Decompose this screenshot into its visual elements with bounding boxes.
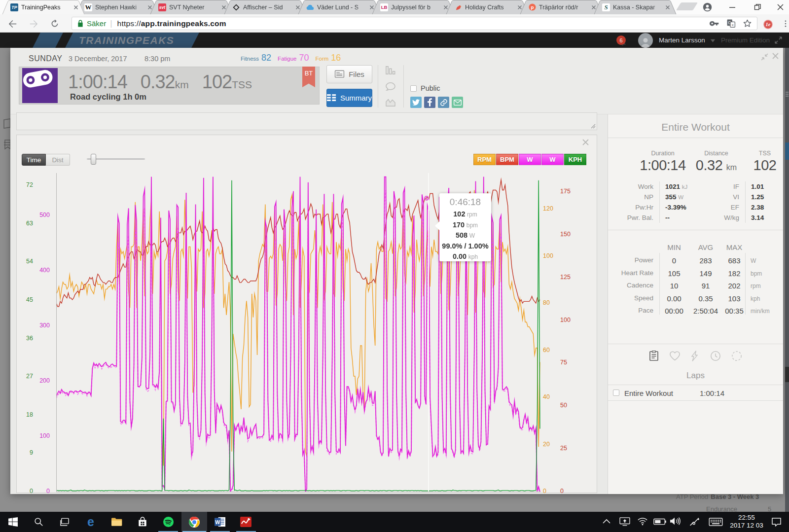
translate-icon[interactable]: Gx (726, 19, 736, 28)
security-label: Säker (87, 19, 106, 28)
reload-button[interactable] (48, 17, 61, 30)
value-number: 2.38 (751, 204, 764, 211)
taskbar-chrome-icon[interactable] (181, 512, 207, 532)
legend-rpm-0[interactable]: RPM (473, 154, 496, 165)
backdrop-scroll-thumb[interactable] (785, 367, 789, 382)
charts-tab-icon[interactable] (385, 66, 396, 75)
browser-tab-3[interactable]: svtSVT Nyheter (150, 0, 233, 14)
summary-label: Summary (340, 94, 372, 102)
toggle-time-button[interactable]: Time (22, 154, 46, 166)
workout-title: Road cycling 1h 0m (70, 92, 146, 102)
wikipedia-favicon: W (84, 3, 92, 11)
header-expand-icon[interactable] (774, 36, 783, 44)
tooltip-row: 102 rpm (439, 210, 491, 218)
workout-summary-bar[interactable]: 1:00:14 0.32km 102TSS Road cycling 1h 0m… (19, 67, 320, 105)
browser-tab-1[interactable]: TPTrainingPeaks (2, 0, 85, 14)
files-button[interactable]: Files (326, 65, 372, 83)
legend-w-3[interactable]: W (541, 154, 564, 165)
tooltip-value: 508 (456, 231, 467, 239)
heart-tab-icon[interactable] (669, 351, 681, 361)
summary-button[interactable]: Summary (326, 89, 372, 107)
tray-volume-icon[interactable] (669, 517, 681, 526)
toggle-dist-button[interactable]: Dist (46, 154, 70, 166)
taskbar-spotify-icon[interactable] (155, 512, 181, 532)
browser-tab-4[interactable]: Affischer – Sid (224, 0, 307, 14)
forward-button[interactable] (27, 17, 40, 30)
extension-icon[interactable]: 1e (761, 18, 774, 31)
modal-close-icon[interactable] (772, 52, 779, 60)
legend-kph-4[interactable]: KPH (564, 154, 586, 165)
browser-tab-9[interactable]: SKassa - Skapar (594, 0, 677, 14)
graph-tab-icon[interactable] (385, 98, 396, 107)
power-tick: 100 (27, 432, 50, 439)
window-minimize-button[interactable] (721, 0, 744, 14)
speed-tick: 72 (10, 181, 33, 188)
chart-plot[interactable]: 0:46:18 102 rpm170 bpm508 W99.0% / 1.00%… (56, 173, 540, 492)
taskbar-redapp-icon[interactable] (233, 512, 259, 532)
tab-title: SVT Nyheter (169, 4, 217, 11)
public-checkbox[interactable] (410, 85, 417, 92)
x-axis-line (56, 492, 540, 492)
notification-badge[interactable]: 6 (616, 35, 626, 45)
resize-grip-icon[interactable] (591, 124, 596, 129)
lap-row[interactable]: Entire Workout 1:00:14 (608, 385, 783, 401)
share-twitter-button[interactable] (410, 97, 422, 108)
browser-tab-6[interactable]: LBJulpyssel för b (372, 0, 455, 14)
tray-pen-icon[interactable] (689, 517, 701, 527)
browser-tab-2[interactable]: WStephen Hawki (76, 0, 159, 14)
browser-tab-5[interactable]: Väder Lund - S (298, 0, 381, 14)
browser-profile-button[interactable] (696, 0, 718, 14)
browser-tab-8[interactable]: pTräpärlor röd/r (520, 0, 603, 14)
taskbar-folder-icon[interactable] (104, 512, 129, 532)
user-menu-caret-icon[interactable] (710, 38, 716, 43)
bookmark-star-icon[interactable] (743, 19, 752, 28)
share-link-button[interactable] (438, 97, 449, 108)
tab-close-icon[interactable] (72, 3, 80, 11)
taskbar-edge-icon[interactable]: e (78, 512, 104, 532)
back-button[interactable] (6, 17, 19, 30)
notes-tab-icon[interactable] (649, 351, 659, 361)
stat-value: 1.01 (751, 183, 764, 190)
browser-tab-7[interactable]: Holiday Crafts (446, 0, 529, 14)
modal-collapse-icon[interactable] (760, 53, 769, 61)
taskbar-word-icon[interactable]: W (207, 512, 233, 532)
taskbar-taskview-icon[interactable] (52, 512, 77, 532)
new-tab-button[interactable] (676, 2, 698, 10)
taskbar-clock[interactable]: 22:55 2017 12 03 (729, 514, 764, 530)
separator (378, 65, 378, 107)
action-center-icon[interactable] (771, 517, 782, 527)
red-extension-icon: 1e (763, 19, 773, 30)
profile-icon (702, 2, 713, 12)
tab-close-icon[interactable] (664, 3, 672, 11)
window-close-button[interactable] (769, 0, 789, 14)
taskbar-store-icon[interactable] (130, 512, 155, 532)
tray-chevron-icon[interactable] (603, 519, 610, 524)
share-email-button[interactable] (452, 97, 463, 108)
cadence-tick: 100 (543, 252, 566, 259)
power-tab-icon[interactable] (691, 351, 700, 361)
tray-keyboard-icon[interactable] (709, 518, 723, 526)
browser-menu-button[interactable] (779, 17, 789, 30)
user-name[interactable]: Marten Larsson (659, 36, 705, 44)
taskbar-search-icon[interactable] (26, 512, 52, 532)
chart-close-icon[interactable] (582, 139, 589, 146)
tray-battery-icon[interactable] (653, 518, 666, 525)
user-avatar[interactable] (638, 33, 653, 48)
password-key-icon[interactable] (709, 18, 719, 29)
browser-toolbar: Säker | https://app.trainingpeaks.com Gx… (0, 14, 789, 33)
slider-handle[interactable] (91, 154, 96, 165)
tray-monitor-icon[interactable] (619, 517, 630, 526)
lap-checkbox[interactable] (613, 390, 619, 396)
tray-wifi-icon[interactable] (637, 517, 648, 526)
share-facebook-button[interactable] (424, 97, 435, 108)
circle-tab-icon[interactable] (731, 351, 742, 361)
legend-bpm-1[interactable]: BPM (496, 154, 518, 165)
description-box[interactable] (16, 112, 597, 130)
taskbar-start-button[interactable] (0, 512, 26, 532)
address-bar[interactable]: Säker | https://app.trainingpeaks.com Gx (72, 17, 757, 30)
legend-w-2[interactable]: W (519, 154, 541, 165)
window-restore-button[interactable] (747, 0, 769, 14)
time-tab-icon[interactable] (710, 351, 721, 361)
svg-text:e: e (87, 516, 94, 528)
comments-tab-icon[interactable] (385, 82, 396, 91)
